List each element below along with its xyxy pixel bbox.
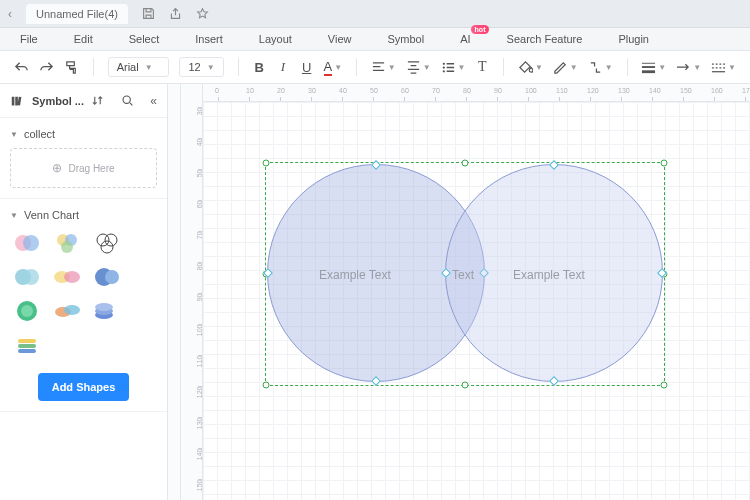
venn-thumb-7[interactable] — [10, 297, 44, 325]
svg-point-17 — [105, 270, 119, 284]
underline-button[interactable]: U — [300, 56, 314, 78]
menu-select[interactable]: Select — [129, 33, 160, 45]
svg-point-19 — [21, 305, 33, 317]
section-collect[interactable]: ▼collect — [10, 128, 157, 140]
italic-button[interactable]: I — [276, 56, 290, 78]
valign-button[interactable]: ▼ — [406, 60, 431, 75]
venn-thumb-8[interactable] — [50, 297, 84, 325]
venn-label-left[interactable]: Example Text — [319, 268, 391, 282]
svg-point-11 — [101, 241, 113, 253]
tab-filename: Unnamed File(4) — [36, 8, 118, 20]
line-style-button[interactable]: ▼ — [641, 61, 666, 74]
size-select[interactable]: 12▼ — [179, 57, 223, 77]
save-icon[interactable] — [142, 7, 155, 20]
svg-point-5 — [23, 235, 39, 251]
side-collapse-strip[interactable] — [168, 84, 181, 500]
svg-point-15 — [64, 271, 80, 283]
bullets-button[interactable]: ▼ — [441, 60, 466, 75]
venn-label-right[interactable]: Example Text — [513, 268, 585, 282]
menu-symbol[interactable]: Symbol — [387, 33, 424, 45]
drag-here-box[interactable]: ⊕Drag Here — [10, 148, 157, 188]
venn-thumb-2[interactable] — [50, 229, 84, 257]
line-dash-button[interactable]: ▼ — [711, 61, 736, 74]
sidebar-title: Symbol ... — [32, 95, 84, 107]
svg-point-13 — [23, 269, 39, 285]
svg-point-1 — [442, 66, 444, 68]
sidebar-sort-icon[interactable] — [92, 95, 103, 106]
hot-badge: hot — [471, 25, 490, 34]
star-icon[interactable] — [196, 7, 209, 20]
menu-view[interactable]: View — [328, 33, 352, 45]
svg-point-10 — [105, 234, 117, 246]
menu-insert[interactable]: Insert — [195, 33, 223, 45]
svg-rect-25 — [18, 339, 36, 343]
venn-thumb-10[interactable] — [10, 331, 44, 359]
sidebar-search-icon[interactable] — [121, 94, 134, 107]
bold-button[interactable]: B — [252, 56, 266, 78]
svg-point-21 — [64, 305, 80, 315]
arrow-style-button[interactable]: ▼ — [676, 61, 701, 74]
venn-thumb-3[interactable] — [90, 229, 124, 257]
svg-point-8 — [61, 241, 73, 253]
align-button[interactable]: ▼ — [371, 60, 396, 75]
section-venn[interactable]: ▼Venn Chart — [10, 209, 157, 221]
svg-point-24 — [95, 303, 113, 311]
svg-rect-26 — [18, 344, 36, 348]
connector-button[interactable]: ▼ — [588, 60, 613, 75]
svg-point-3 — [123, 96, 130, 103]
vertical-ruler: 30405060708090100110120130140150 — [181, 84, 203, 500]
font-color-button[interactable]: A▼ — [324, 59, 343, 76]
menu-search[interactable]: Search Feature — [507, 33, 583, 45]
menu-file[interactable]: File — [20, 33, 38, 45]
redo-button[interactable] — [39, 56, 54, 78]
share-icon[interactable] — [169, 7, 182, 20]
back-button[interactable]: ‹ — [8, 7, 26, 21]
menu-layout[interactable]: Layout — [259, 33, 292, 45]
undo-button[interactable] — [14, 56, 29, 78]
venn-thumb-5[interactable] — [50, 263, 84, 291]
sidebar-collapse-icon[interactable]: « — [150, 94, 157, 108]
menu-ai[interactable]: AIhot — [460, 33, 470, 45]
venn-thumb-4[interactable] — [10, 263, 44, 291]
library-icon[interactable] — [10, 94, 24, 108]
file-tab[interactable]: Unnamed File(4) — [26, 4, 128, 24]
svg-point-0 — [442, 62, 444, 64]
venn-thumb-6[interactable] — [90, 263, 124, 291]
canvas-grid[interactable]: Example Text Text Example Text — [203, 102, 750, 500]
format-painter-button[interactable] — [64, 56, 79, 78]
menu-edit[interactable]: Edit — [74, 33, 93, 45]
font-select[interactable]: Arial▼ — [108, 57, 170, 77]
text-tool-button[interactable]: T — [475, 56, 489, 78]
venn-thumb-9[interactable] — [90, 297, 124, 325]
menu-plugin[interactable]: Plugin — [618, 33, 649, 45]
fill-color-button[interactable]: ▼ — [518, 60, 543, 75]
svg-rect-27 — [18, 349, 36, 353]
horizontal-ruler: 0102030405060708090100110120130140150160… — [203, 84, 750, 102]
line-color-button[interactable]: ▼ — [553, 60, 578, 75]
add-shapes-button[interactable]: Add Shapes — [38, 373, 130, 401]
svg-point-2 — [442, 70, 444, 72]
venn-thumb-1[interactable] — [10, 229, 44, 257]
venn-label-center[interactable]: Text — [452, 268, 474, 282]
